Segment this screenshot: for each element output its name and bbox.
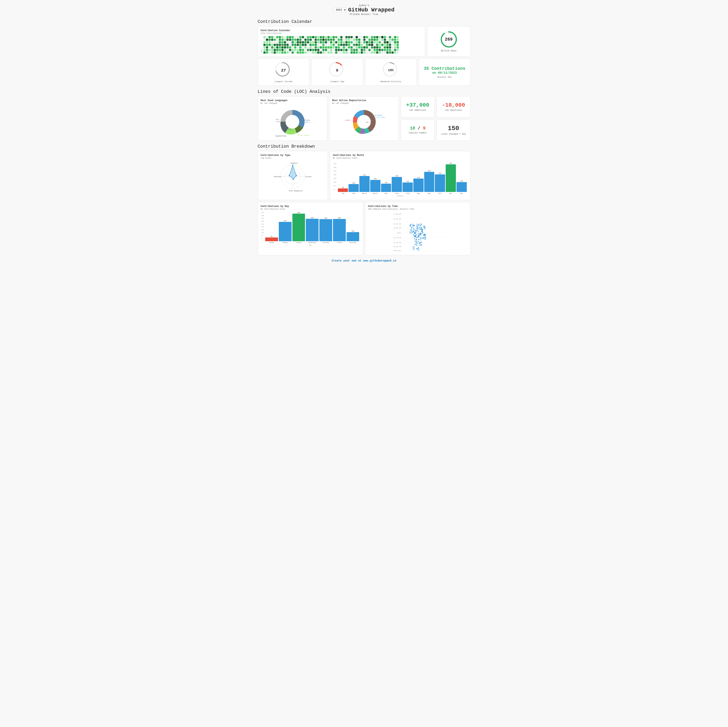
time-card: Contributions by Time 200 Sampled Contri… (365, 202, 471, 255)
svg-point-179 (416, 244, 417, 245)
weekend-label: Weekend Activity (381, 80, 401, 83)
svg-point-177 (415, 240, 416, 241)
time-title: Contributions by Time (368, 205, 468, 208)
typical-commit-value: 18 / 9 (410, 126, 425, 131)
private-access-label: Private Access: True (258, 13, 471, 16)
busiest-contributions: 35 Contributions (424, 66, 465, 71)
username-label: zydou's (258, 4, 471, 7)
svg-point-134 (422, 230, 423, 231)
svg-text:33:00 PM: 33:00 PM (393, 237, 401, 239)
svg-point-99 (416, 228, 417, 230)
repos-subtitle: By LOC Changed (332, 102, 396, 104)
loc-stats: +37,000 LOC Additions -18,000 LOC Deleti… (401, 96, 470, 141)
loc-additions-value: +37,000 (406, 102, 429, 108)
svg-point-90 (421, 224, 422, 225)
svg-text:33:00 AM: 33:00 AM (393, 218, 401, 220)
svg-text:Issues: Issues (305, 176, 312, 178)
typical-commit-card: 18 / 9 Typical Commit (401, 119, 434, 141)
loc-deletions-card: -18,000 LOC Deletions (437, 96, 471, 118)
svg-point-188 (419, 243, 421, 244)
svg-text:~9.4k lines: ~9.4k lines (375, 116, 385, 118)
day-title: Contributions by Day (261, 205, 360, 208)
svg-point-154 (420, 237, 421, 239)
year-select[interactable]: 2023 (333, 8, 347, 12)
svg-point-165 (418, 235, 419, 236)
radar-chart: Commits Issues Pull Requests Reviews (261, 161, 325, 192)
month-bar-march: 212March (359, 174, 370, 194)
svg-text:Reviews: Reviews (274, 176, 281, 178)
month-bar-dec: 130Dec (456, 180, 467, 194)
svg-point-114 (418, 231, 419, 232)
loc-grid: Most Used Languages By LOC Changed Pytho… (258, 96, 471, 141)
svg-point-131 (414, 225, 415, 226)
month-subtitle: By Contribution Count (333, 157, 467, 159)
svg-point-103 (420, 225, 421, 226)
gap-value: 6 (336, 68, 338, 73)
svg-text:Shell: Shell (288, 130, 294, 132)
svg-point-130 (411, 223, 412, 225)
longest-streak-card: 27 Longest Streak (258, 58, 309, 86)
svg-point-108 (421, 228, 422, 230)
svg-text:~23k lines: ~23k lines (304, 121, 310, 123)
svg-point-182 (420, 239, 421, 240)
svg-point-33 (289, 175, 290, 176)
svg-text:other: other (345, 119, 350, 121)
svg-point-73 (413, 228, 414, 229)
day-bar-sunday: 65Sunday (265, 236, 278, 243)
repos-card: Most Active Repositories By LOC Changed (329, 96, 399, 141)
day-bar-thursday: 388Thursday (320, 217, 332, 243)
time-subtitle: 200 Sampled Contributions, Eastern Time (368, 208, 468, 210)
svg-point-113 (424, 227, 425, 228)
svg-text:~9.1k lines: ~9.1k lines (297, 135, 309, 136)
streak-label: Longest Streak (274, 80, 292, 83)
svg-point-184 (414, 244, 416, 245)
month-bar-july: 125July (402, 181, 413, 194)
svg-point-189 (417, 243, 418, 244)
svg-point-197 (417, 248, 418, 250)
svg-point-68 (411, 231, 412, 232)
streak-circle: 27 (275, 61, 292, 79)
svg-point-186 (421, 244, 422, 246)
languages-card: Most Used Languages By LOC Changed Pytho… (258, 96, 327, 141)
svg-text:~8.0k lines: ~8.0k lines (282, 128, 292, 130)
svg-text:Midnight: Midnight (393, 250, 401, 251)
day-bar-friday: 390Friday (333, 217, 346, 243)
svg-point-191 (421, 242, 422, 243)
type-title: Contributions by Type (261, 154, 325, 157)
day-bar-saturday: 158Saturday (347, 230, 359, 243)
svg-point-206 (418, 250, 419, 251)
weekend-activity-card: 10% Weekend Activity (365, 58, 417, 86)
svg-point-102 (411, 229, 412, 230)
svg-point-65 (417, 225, 418, 227)
svg-point-174 (425, 238, 426, 239)
repos-title: Most Active Repositories (332, 99, 396, 102)
month-bar-june: 200June (392, 175, 402, 194)
breakdown-top: Contributions by Type Log Scale (258, 151, 471, 200)
month-x-label: Month (333, 195, 467, 197)
loc-section-title: Lines of Code (LOC) Analysis (258, 89, 471, 94)
svg-point-152 (420, 234, 421, 235)
repos-donut: private ~9.4k lines ~28k lines other (332, 106, 396, 138)
weekend-value: 10% (388, 69, 394, 72)
month-bar-jan: 46Jan (338, 187, 348, 194)
streak-value: 27 (281, 68, 286, 73)
svg-point-158 (421, 231, 423, 233)
svg-point-163 (416, 239, 417, 240)
active-days-label: Active Days (441, 49, 456, 52)
svg-point-31 (296, 175, 297, 176)
calendar-card-title: Contribution Calendar (261, 29, 422, 32)
svg-point-32 (293, 179, 294, 180)
footer-text: Create your own at www.githubwrapped.io (332, 259, 396, 262)
page-title: GitHub Wrapped (348, 7, 395, 13)
active-days-value: 269 (445, 37, 453, 42)
stats-row: 27 Longest Streak 6 Longest Gap 10% Week… (258, 58, 471, 86)
svg-text:~8.6k lines: ~8.6k lines (275, 121, 286, 122)
svg-point-30 (292, 165, 294, 166)
typical-commit-add: 18 (410, 126, 415, 131)
svg-text:Pull Requests: Pull Requests (289, 190, 303, 192)
type-card: Contributions by Type Log Scale (258, 151, 328, 200)
loc-deletions-label: LOC Deletions (445, 109, 462, 111)
calendar-section-title: Contribution Calendar (258, 19, 471, 24)
svg-point-123 (416, 223, 418, 225)
svg-point-135 (419, 227, 420, 228)
